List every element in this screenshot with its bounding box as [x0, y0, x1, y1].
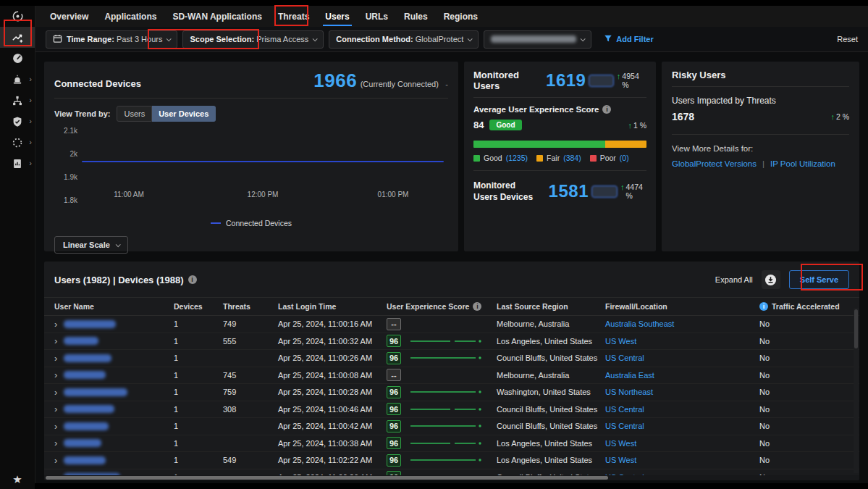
sidebar-item-network[interactable]: ›: [0, 90, 35, 111]
column-header-user-name[interactable]: User Name: [54, 302, 174, 311]
main-area: OverviewApplicationsSD-WAN ApplicationsT…: [35, 6, 868, 483]
expand-all-button[interactable]: Expand All: [715, 275, 753, 284]
sidebar-item-security[interactable]: ›: [0, 111, 35, 132]
cell-devices: 1: [174, 422, 223, 430]
time-range-filter[interactable]: Time Range: Past 3 Hours: [46, 30, 177, 49]
user-name-redacted[interactable]: [64, 371, 106, 379]
expand-row-chevron-icon[interactable]: ›: [54, 354, 57, 363]
info-icon[interactable]: i: [188, 275, 197, 284]
cell-devices: 1: [174, 371, 223, 380]
vertical-scrollbar[interactable]: [854, 308, 859, 473]
firewall-location-link[interactable]: US Central: [605, 354, 759, 362]
expand-row-chevron-icon[interactable]: ›: [54, 370, 57, 380]
score-sparkline: [408, 387, 484, 397]
cell-accelerated: No: [759, 456, 859, 464]
tab-sd-wan-applications[interactable]: SD-WAN Applications: [164, 6, 270, 27]
firewall-location-link[interactable]: US Central: [605, 405, 759, 414]
user-name-redacted[interactable]: [64, 439, 101, 447]
score-badge: 96: [387, 420, 401, 432]
cell-accelerated: No: [759, 422, 859, 430]
expand-row-chevron-icon[interactable]: ›: [54, 422, 57, 431]
radar-icon: [11, 9, 25, 23]
tab-overview[interactable]: Overview: [42, 6, 96, 27]
firewall-location-link[interactable]: US Northeast: [605, 388, 759, 396]
collapse-dash[interactable]: -: [445, 80, 448, 88]
scope-selection-filter[interactable]: Scope Selection: Prisma Access: [182, 30, 324, 49]
firewall-location-link[interactable]: US West: [605, 439, 759, 448]
user-name-redacted[interactable]: [64, 337, 98, 345]
user-name-redacted[interactable]: [64, 320, 116, 328]
column-header-firewall[interactable]: Firewall/Location: [605, 302, 759, 311]
cell-threats: 549: [223, 456, 278, 464]
info-icon[interactable]: i: [602, 105, 611, 114]
chevron-right-icon: ›: [29, 75, 32, 83]
horizontal-scrollbar[interactable]: [44, 475, 859, 480]
legend-label: Connected Devices: [226, 219, 292, 227]
table-row: ›1749Apr 25, 2024, 11:00:16 AM--Melbourn…: [44, 316, 859, 333]
user-name-redacted[interactable]: [64, 405, 114, 413]
info-icon[interactable]: i: [759, 302, 768, 311]
linear-scale-dropdown[interactable]: Linear Scale: [54, 236, 128, 254]
tab-rules[interactable]: Rules: [396, 6, 436, 27]
score-sparkline: [408, 455, 484, 465]
distribution-segment-fair: [605, 141, 646, 148]
cell-last-login: Apr 25, 2024, 11:02:22 AM: [278, 456, 387, 464]
user-name-redacted[interactable]: [64, 354, 111, 362]
sidebar-item-home[interactable]: [0, 6, 35, 27]
firewall-location-link[interactable]: Australia Southeast: [605, 319, 759, 328]
expand-row-chevron-icon[interactable]: ›: [54, 388, 57, 397]
tab-applications[interactable]: Applications: [96, 6, 164, 27]
firewall-location-link[interactable]: US West: [605, 456, 759, 464]
cell-devices: 1: [174, 439, 223, 448]
column-header-last-login[interactable]: Last Login Time: [278, 302, 387, 311]
cell-region: Los Angeles, United States: [497, 456, 605, 464]
add-filter-button[interactable]: Add Filter: [604, 34, 653, 44]
redacted-filter[interactable]: [484, 30, 591, 49]
firewall-location-link[interactable]: Australia East: [605, 371, 759, 380]
legend-label: Poor: [600, 154, 616, 162]
cell-threats: 759: [223, 388, 278, 396]
sidebar-item-incidents[interactable]: ›: [0, 69, 35, 90]
table-row: ›1745Apr 25, 2024, 11:00:08 AM--Melbourn…: [44, 367, 859, 385]
connection-method-filter[interactable]: Connection Method: GlobalProtect: [329, 30, 479, 49]
legend-item-poor: Poor (0): [590, 154, 629, 162]
info-icon[interactable]: i: [473, 302, 481, 311]
score-badge: --: [387, 318, 401, 330]
expand-row-chevron-icon[interactable]: ›: [54, 336, 57, 346]
expand-row-chevron-icon[interactable]: ›: [54, 438, 57, 448]
column-header-threats[interactable]: Threats: [223, 302, 278, 311]
column-header-devices[interactable]: Devices: [174, 302, 223, 311]
trend-toggle-users[interactable]: Users: [117, 106, 152, 122]
expand-row-chevron-icon[interactable]: ›: [54, 456, 57, 465]
download-button[interactable]: [762, 270, 780, 289]
expand-row-chevron-icon[interactable]: ›: [54, 319, 57, 329]
chevron-down-icon: [581, 36, 586, 41]
firewall-location-link[interactable]: US Central: [605, 422, 759, 430]
user-name-redacted[interactable]: [64, 422, 109, 430]
sidebar-item-activity-insights[interactable]: [0, 27, 35, 48]
ip-pool-utilization-link[interactable]: IP Pool Utilization: [770, 159, 835, 168]
firewall-location-link[interactable]: US West: [605, 337, 759, 346]
tab-regions[interactable]: Regions: [436, 6, 486, 27]
cell-last-login: Apr 25, 2024, 11:00:32 AM: [278, 337, 387, 346]
user-name-redacted[interactable]: [64, 388, 127, 396]
self-serve-button[interactable]: Self Serve: [789, 270, 849, 289]
sidebar-item-reports[interactable]: ›: [0, 153, 35, 174]
tab-urls[interactable]: URLs: [358, 6, 396, 27]
trend-toggle-user-devices[interactable]: User Devices: [152, 106, 216, 122]
sidebar-item-settings[interactable]: ›: [0, 132, 35, 153]
table-row: ›1759Apr 25, 2024, 11:00:28 AM96Washingt…: [44, 384, 859, 401]
globalprotect-versions-link[interactable]: GlobalProtect Versions: [672, 159, 757, 168]
sidebar-item-dashboards[interactable]: [0, 48, 35, 69]
favorites-star-icon[interactable]: ★: [0, 473, 35, 486]
column-header-score[interactable]: User Experience Scorei: [387, 302, 497, 311]
user-name-redacted[interactable]: [64, 456, 106, 464]
connected-devices-value: 1966: [313, 70, 357, 91]
tab-threats[interactable]: Threats: [270, 6, 317, 27]
reset-button[interactable]: Reset: [837, 35, 858, 43]
monitored-users-card: Monitored Users 1619 ↑4954 % Average Use…: [464, 62, 656, 251]
expand-row-chevron-icon[interactable]: ›: [54, 404, 57, 414]
column-header-accelerated[interactable]: iTraffic Accelerated: [759, 302, 859, 311]
tab-users[interactable]: Users: [317, 6, 357, 27]
column-header-region[interactable]: Last Source Region: [497, 302, 605, 311]
